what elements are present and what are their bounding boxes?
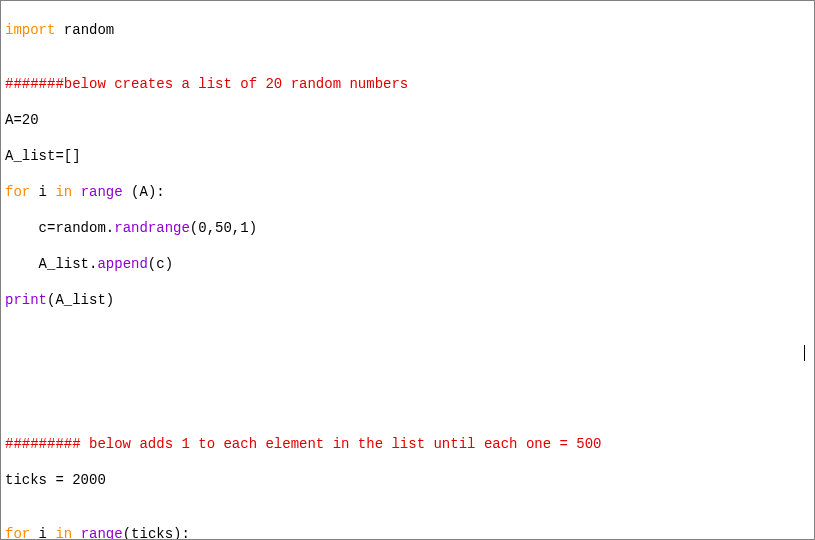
code-line: for i in range (A): bbox=[5, 183, 810, 201]
token-function: append bbox=[97, 256, 147, 272]
token-text: (0,50,1) bbox=[190, 220, 257, 236]
token-text: (A_list) bbox=[47, 292, 114, 308]
token-keyword: for bbox=[5, 526, 30, 540]
text-cursor bbox=[804, 345, 805, 361]
token-text: A_list. bbox=[39, 256, 98, 272]
token-indent bbox=[5, 220, 39, 236]
code-line: print(A_list) bbox=[5, 291, 810, 309]
token-text bbox=[72, 526, 80, 540]
code-line: A_list.append(c) bbox=[5, 255, 810, 273]
token-function: randrange bbox=[114, 220, 190, 236]
token-text: (A): bbox=[123, 184, 165, 200]
token-space bbox=[55, 22, 63, 38]
token-keyword: for bbox=[5, 184, 30, 200]
code-comment: #######below creates a list of 20 random… bbox=[5, 75, 810, 93]
code-editor[interactable]: import random #######below creates a lis… bbox=[1, 1, 814, 539]
code-comment: ######### below adds 1 to each element i… bbox=[5, 435, 810, 453]
code-line: import random bbox=[5, 21, 810, 39]
code-line: ticks = 2000 bbox=[5, 471, 810, 489]
token-text: (ticks): bbox=[123, 526, 190, 540]
token-module: random bbox=[64, 22, 114, 38]
token-text: i bbox=[30, 184, 55, 200]
token-text: i bbox=[30, 526, 55, 540]
token-keyword: in bbox=[55, 184, 72, 200]
token-function: range bbox=[81, 526, 123, 540]
token-text: c=random. bbox=[39, 220, 115, 236]
token-indent bbox=[5, 256, 39, 272]
token-keyword: import bbox=[5, 22, 55, 38]
code-line: A_list=[] bbox=[5, 147, 810, 165]
code-line: c=random.randrange(0,50,1) bbox=[5, 219, 810, 237]
token-text: (c) bbox=[148, 256, 173, 272]
token-keyword: in bbox=[55, 526, 72, 540]
token-function: range bbox=[81, 184, 123, 200]
token-text bbox=[72, 184, 80, 200]
code-line: for i in range(ticks): bbox=[5, 525, 810, 540]
token-function: print bbox=[5, 292, 47, 308]
code-line: A=20 bbox=[5, 111, 810, 129]
